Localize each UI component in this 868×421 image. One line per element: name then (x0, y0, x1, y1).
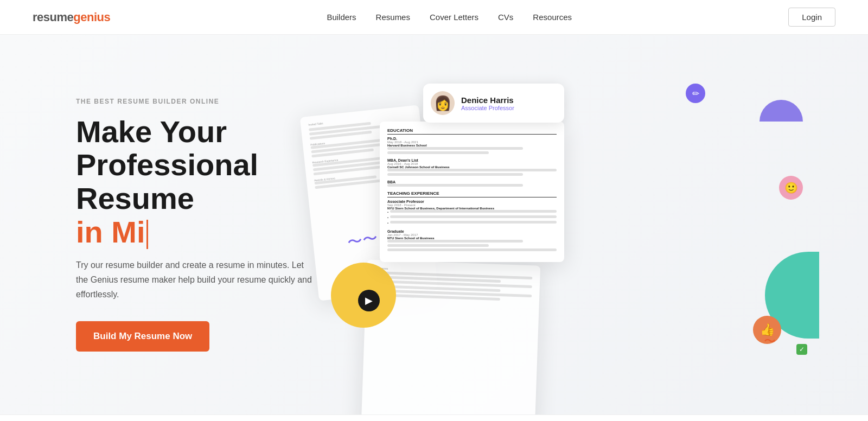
edit-button[interactable]: ✏ (686, 84, 705, 103)
text-cursor (146, 220, 148, 249)
nav-item-resources[interactable]: Resources (533, 12, 572, 22)
nav-item-resumes[interactable]: Resumes (376, 12, 410, 22)
hero-title-line3: Resume (76, 181, 194, 215)
hero-content: THE BEST RESUME BUILDER ONLINE Make Your… (76, 98, 315, 352)
logo-part1: resume (33, 10, 73, 24)
hero-eyebrow: THE BEST RESUME BUILDER ONLINE (76, 98, 315, 105)
education-section-label: Education (387, 128, 557, 135)
avatar-icon: 👩 (434, 95, 451, 112)
hero-title-accent: in Mi (76, 215, 145, 249)
teaching-entry-2: Graduate Jan 2017 - May 2017 NTU Stern S… (387, 229, 557, 251)
teaching-section-label: Teaching Experience (387, 191, 557, 197)
smile-icon: 🙂 (779, 176, 803, 200)
hero-title-line1: Make Your (76, 114, 227, 149)
logo-part2: genius (73, 10, 110, 24)
education-entry-3: BBA (387, 180, 557, 187)
nav-item-cvs[interactable]: CVs (498, 12, 513, 22)
orange-squiggle: 〜 (764, 333, 776, 349)
nav-links: Builders Resumes Cover Letters CVs Resou… (327, 12, 572, 22)
cursor-icon: ▶ (358, 290, 380, 311)
logo[interactable]: resumegenius (33, 10, 110, 24)
hero-title: Make Your Professional Resume in Mi (76, 115, 315, 249)
navbar: resumegenius Builders Resumes Cover Lett… (0, 0, 868, 35)
hero-title-line2: Professional (76, 148, 258, 182)
teaching-entry-1: Associate Professor Sep 2018 - Present N… (387, 200, 557, 225)
nav-item-cover-letters[interactable]: Cover Letters (430, 12, 478, 22)
resume-person-info: Denice Harris Associate Professor (461, 95, 514, 111)
avatar: 👩 (431, 91, 455, 115)
education-entry-2: MBA, Dean's List Aug 2016 - Aug 2018 Cor… (387, 158, 557, 176)
bottom-section: ⏱ 📄 📋 (0, 414, 868, 421)
nav-item-builders[interactable]: Builders (327, 12, 356, 22)
purple-shape (760, 100, 803, 122)
cta-button[interactable]: Build My Resume Now (76, 321, 209, 352)
hero-section: THE BEST RESUME BUILDER ONLINE Make Your… (0, 35, 868, 414)
resume-main-card: Education Ph.D. May 2018 - Aug 2021 Harv… (380, 122, 564, 262)
resume-name-card: 👩 Denice Harris Associate Professor (423, 84, 564, 123)
resume-person-name: Denice Harris (461, 95, 514, 105)
resume-person-title: Associate Professor (461, 105, 514, 111)
education-entry-1: Ph.D. May 2018 - Aug 2021 Harvard Busine… (387, 137, 557, 154)
login-button[interactable]: Login (788, 8, 835, 27)
hero-description: Try our resume builder and create a resu… (76, 258, 315, 302)
hero-illustration: 👩 Denice Harris Associate Professor ✏ In… (315, 67, 814, 382)
check-mark: ✓ (796, 344, 807, 355)
